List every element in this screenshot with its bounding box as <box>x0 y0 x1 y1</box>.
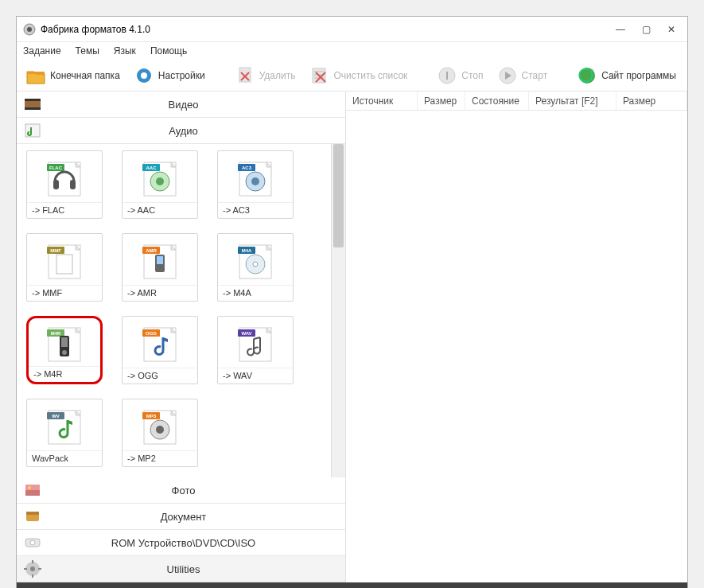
svg-point-78 <box>30 567 35 571</box>
utilities-icon <box>23 559 42 578</box>
format-m4a[interactable]: M4A -> M4A <box>217 233 294 302</box>
close-button[interactable]: ✕ <box>667 25 676 34</box>
app-icon <box>23 23 36 36</box>
format-wavpack[interactable]: WV WavPack <box>26 399 103 467</box>
svg-point-49 <box>253 262 258 267</box>
format-m4r[interactable]: M4R -> M4R <box>26 316 103 384</box>
audio-icon <box>23 121 42 140</box>
svg-point-30 <box>156 177 164 185</box>
format-m4r-label: -> M4R <box>29 366 100 382</box>
stop-icon <box>436 64 458 87</box>
col-size[interactable]: Размер <box>418 92 465 110</box>
svg-rect-39 <box>56 255 72 274</box>
svg-rect-74 <box>26 512 39 515</box>
svg-rect-18 <box>25 99 41 101</box>
settings-button[interactable]: Настройки <box>130 63 208 88</box>
disc-icon <box>23 533 42 552</box>
left-panel: Видео Аудио FLAC -> FLAC AAC -> AAC AC3 <box>17 92 346 582</box>
svg-text:MP3: MP3 <box>146 414 157 419</box>
gear-icon <box>133 64 155 87</box>
scrollbar-thumb[interactable] <box>333 144 344 247</box>
svg-text:WAV: WAV <box>241 331 251 336</box>
stop-button[interactable]: Стоп <box>433 63 486 88</box>
format-mmf-label: -> MMF <box>27 285 102 301</box>
svg-text:AAC: AAC <box>146 165 158 170</box>
format-flac[interactable]: FLAC -> FLAC <box>26 150 103 219</box>
col-source[interactable]: Источник <box>346 92 418 110</box>
col-result[interactable]: Результат [F2] <box>529 92 616 110</box>
format-aac[interactable]: AAC -> AAC <box>122 150 198 219</box>
formats-grid: FLAC -> FLAC AAC -> AAC AC3 -> AC3 MMF -… <box>17 144 331 477</box>
category-rom-label: ROM Устройство\DVD\CD\ISO <box>49 537 345 549</box>
globe-icon <box>576 64 598 87</box>
svg-text:WV: WV <box>52 414 60 419</box>
minimize-button[interactable]: — <box>616 25 625 34</box>
menu-themes[interactable]: Темы <box>76 45 99 56</box>
svg-text:AMR: AMR <box>146 248 157 253</box>
menu-help[interactable]: Помощь <box>150 45 187 56</box>
titlebar: Фабрика форматов 4.1.0 — ▢ ✕ <box>17 17 687 42</box>
video-icon <box>23 95 42 114</box>
format-amr[interactable]: AMR -> AMR <box>122 233 198 302</box>
svg-rect-14 <box>446 72 448 80</box>
col-size2[interactable]: Размер <box>616 92 687 110</box>
col-state[interactable]: Состояние <box>465 92 529 110</box>
svg-point-55 <box>62 350 67 355</box>
svg-text:OGG: OGG <box>146 331 157 336</box>
start-button[interactable]: Старт <box>493 63 551 88</box>
svg-rect-44 <box>157 256 163 264</box>
photo-icon <box>23 481 42 500</box>
clear-list-button[interactable]: Очистить список <box>305 63 410 88</box>
main-body: Видео Аудио FLAC -> FLAC AAC -> AAC AC3 <box>17 92 687 582</box>
format-wav-icon: WAV <box>218 317 293 368</box>
svg-rect-54 <box>61 337 68 347</box>
play-icon <box>496 64 519 87</box>
svg-rect-25 <box>70 180 76 189</box>
format-ogg[interactable]: OGG -> OGG <box>122 316 198 384</box>
format-flac-icon: FLAC <box>27 151 102 202</box>
format-aac-icon: AAC <box>123 151 197 202</box>
menu-lang[interactable]: Язык <box>114 45 136 56</box>
svg-rect-24 <box>53 180 59 189</box>
output-folder-button[interactable]: Конечная папка <box>21 63 123 88</box>
app-window: Фабрика форматов 4.1.0 — ▢ ✕ Задание Тем… <box>16 16 688 588</box>
category-document[interactable]: Документ <box>17 504 345 530</box>
app-title: Фабрика форматов 4.1.0 <box>41 24 616 35</box>
svg-point-76 <box>30 540 35 545</box>
format-wavpack-label: WavPack <box>27 450 102 466</box>
scrollbar[interactable] <box>331 144 345 477</box>
category-utilities[interactable]: Utilities <box>17 556 345 582</box>
format-m4a-icon: M4A <box>218 234 293 285</box>
category-video[interactable]: Видео <box>17 92 345 118</box>
maximize-button[interactable]: ▢ <box>641 25 651 34</box>
format-wav-label: -> WAV <box>218 368 293 384</box>
delete-button[interactable]: Удалить <box>231 63 299 88</box>
category-video-label: Видео <box>49 99 345 111</box>
format-mmf-icon: MMF <box>27 234 102 285</box>
format-mp2-label: -> MP2 <box>123 450 197 466</box>
category-audio-label: Аудио <box>49 125 345 137</box>
file-list-empty <box>346 111 687 582</box>
category-rom[interactable]: ROM Устройство\DVD\CD\ISO <box>17 530 345 556</box>
statusbar: C:\Users\ПК\Saved Games\Desktop ✓ Use Mu… <box>17 582 687 588</box>
category-audio[interactable]: Аудио <box>17 118 345 144</box>
format-mmf[interactable]: MMF -> MMF <box>26 233 103 302</box>
format-m4a-label: -> M4A <box>218 285 293 301</box>
menu-task[interactable]: Задание <box>23 45 61 56</box>
format-ac3[interactable]: AC3 -> AC3 <box>217 150 294 219</box>
svg-text:AC3: AC3 <box>242 165 252 170</box>
right-panel: Источник Размер Состояние Результат [F2]… <box>346 92 687 582</box>
category-photo[interactable]: Фото <box>17 477 345 504</box>
format-ac3-icon: AC3 <box>218 151 293 202</box>
format-wav[interactable]: WAV -> WAV <box>217 316 294 384</box>
site-button[interactable]: Сайт программы <box>573 63 679 88</box>
category-photo-label: Фото <box>49 485 345 496</box>
svg-point-69 <box>156 426 164 434</box>
toolbar: Конечная папка Настройки Удалить Очистит… <box>17 60 687 92</box>
format-amr-label: -> AMR <box>123 285 197 301</box>
format-mp2-icon: MP3 <box>123 399 197 450</box>
svg-rect-71 <box>25 485 40 490</box>
format-mp2[interactable]: MP3 -> MP2 <box>122 399 198 467</box>
format-amr-icon: AMR <box>123 234 197 285</box>
menubar: Задание Темы Язык Помощь <box>17 42 687 60</box>
